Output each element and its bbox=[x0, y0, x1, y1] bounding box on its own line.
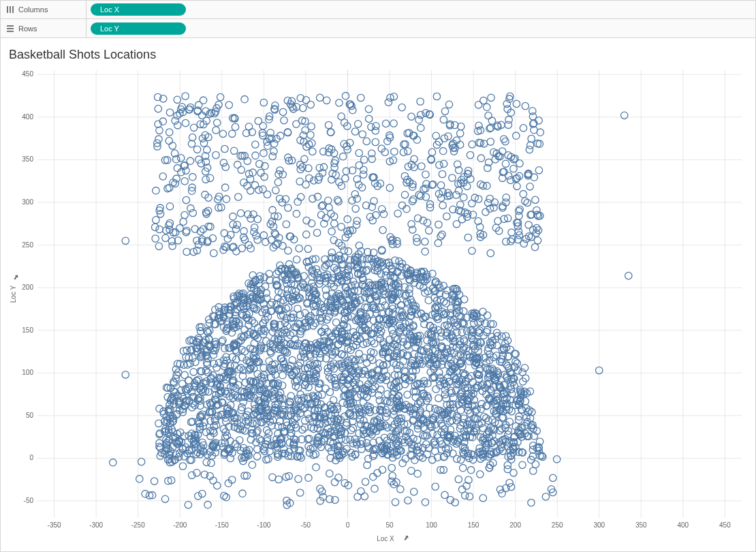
svg-point-2977 bbox=[182, 93, 189, 99]
scatter-plot[interactable]: -350-300-250-200-150-100-500501001502002… bbox=[7, 66, 749, 545]
svg-point-3182 bbox=[326, 204, 332, 211]
svg-point-3370 bbox=[259, 186, 266, 193]
svg-point-2925 bbox=[394, 210, 401, 217]
svg-point-3408 bbox=[487, 138, 494, 145]
svg-point-2268 bbox=[381, 302, 388, 309]
svg-point-2830 bbox=[212, 127, 219, 134]
svg-point-2969 bbox=[355, 121, 362, 127]
svg-point-2939 bbox=[178, 169, 185, 176]
svg-point-3161 bbox=[469, 200, 475, 206]
svg-point-2781 bbox=[356, 162, 362, 168]
svg-point-3181 bbox=[464, 234, 471, 241]
svg-point-3288 bbox=[342, 93, 349, 99]
svg-point-3458 bbox=[268, 236, 274, 243]
svg-point-3063 bbox=[181, 211, 188, 218]
svg-point-3139 bbox=[229, 130, 236, 137]
svg-point-2462 bbox=[522, 398, 529, 405]
svg-point-3500 bbox=[499, 490, 505, 497]
svg-point-2250 bbox=[347, 427, 354, 433]
svg-point-3537 bbox=[422, 499, 428, 506]
svg-point-2990 bbox=[183, 167, 189, 174]
svg-point-2987 bbox=[166, 137, 172, 144]
svg-point-3133 bbox=[398, 202, 405, 209]
svg-point-3356 bbox=[403, 206, 410, 213]
svg-point-3557 bbox=[510, 470, 517, 476]
svg-point-3589 bbox=[122, 237, 129, 244]
svg-point-3167 bbox=[516, 213, 522, 219]
svg-point-2725 bbox=[293, 256, 300, 263]
svg-point-3336 bbox=[166, 129, 173, 136]
svg-point-2812 bbox=[408, 113, 415, 120]
svg-point-3567 bbox=[528, 499, 535, 506]
svg-point-3016 bbox=[382, 120, 389, 127]
svg-point-3151 bbox=[202, 176, 209, 183]
svg-point-3057 bbox=[270, 148, 277, 155]
svg-point-3095 bbox=[520, 125, 526, 132]
svg-point-3421 bbox=[440, 160, 447, 167]
svg-point-2871 bbox=[525, 221, 532, 228]
svg-point-2951 bbox=[274, 179, 281, 185]
svg-point-3232 bbox=[488, 117, 495, 124]
svg-text:50: 50 bbox=[26, 412, 34, 419]
svg-point-3492 bbox=[460, 465, 467, 472]
svg-point-3526 bbox=[441, 491, 448, 498]
svg-point-3477 bbox=[477, 471, 484, 478]
svg-point-3202 bbox=[505, 121, 511, 128]
svg-point-3249 bbox=[510, 165, 517, 172]
svg-point-3415 bbox=[458, 208, 464, 215]
svg-text:-200: -200 bbox=[173, 521, 187, 529]
rows-pill-loc-y[interactable]: Loc Y bbox=[91, 22, 186, 35]
svg-point-1962 bbox=[505, 353, 511, 360]
svg-point-2516 bbox=[292, 382, 299, 389]
svg-point-3150 bbox=[422, 238, 428, 245]
svg-point-3270 bbox=[457, 130, 464, 137]
svg-point-2773 bbox=[307, 101, 314, 108]
svg-point-3330 bbox=[252, 152, 259, 159]
svg-point-806 bbox=[339, 399, 346, 406]
svg-point-3105 bbox=[390, 120, 397, 127]
svg-point-3351 bbox=[501, 136, 507, 142]
plot-area[interactable]: -350-300-250-200-150-100-500501001502002… bbox=[7, 66, 749, 545]
svg-point-3352 bbox=[359, 131, 366, 138]
svg-text:300: 300 bbox=[593, 521, 605, 529]
svg-point-3397 bbox=[437, 233, 444, 240]
svg-point-3085 bbox=[269, 206, 276, 213]
columns-icon bbox=[6, 5, 14, 14]
svg-point-1474 bbox=[471, 320, 477, 326]
svg-point-3576 bbox=[138, 458, 144, 465]
columns-pill-loc-x[interactable]: Loc X bbox=[91, 3, 186, 16]
rows-pill-area[interactable]: Loc Y bbox=[86, 19, 755, 37]
svg-point-2314 bbox=[414, 436, 421, 443]
svg-point-3569 bbox=[371, 485, 378, 492]
svg-point-2465 bbox=[426, 404, 433, 411]
svg-point-3135 bbox=[183, 248, 190, 255]
svg-point-3174 bbox=[200, 97, 206, 104]
svg-point-3490 bbox=[455, 476, 462, 482]
svg-point-3250 bbox=[241, 96, 248, 103]
svg-point-2904 bbox=[153, 217, 159, 224]
svg-text:250: 250 bbox=[552, 521, 563, 529]
svg-point-3027 bbox=[480, 97, 487, 104]
columns-pill-area[interactable]: Loc X bbox=[86, 1, 755, 18]
svg-point-2842 bbox=[513, 132, 520, 139]
svg-point-3562 bbox=[249, 461, 255, 468]
svg-point-3260 bbox=[169, 142, 176, 149]
svg-point-3358 bbox=[477, 155, 484, 162]
svg-text:-350: -350 bbox=[48, 521, 61, 529]
svg-point-2865 bbox=[531, 243, 538, 250]
svg-point-3530 bbox=[326, 470, 333, 477]
svg-point-3333 bbox=[460, 194, 467, 201]
svg-point-3448 bbox=[155, 105, 161, 112]
svg-point-3045 bbox=[235, 194, 242, 200]
svg-point-2770 bbox=[189, 134, 195, 140]
svg-point-486 bbox=[481, 413, 488, 420]
svg-point-2701 bbox=[425, 297, 432, 304]
svg-point-475 bbox=[404, 391, 411, 398]
svg-point-3112 bbox=[238, 166, 245, 173]
svg-point-2971 bbox=[223, 196, 230, 202]
columns-shelf[interactable]: Columns Loc X bbox=[0, 0, 756, 19]
rows-shelf[interactable]: Rows Loc Y bbox=[0, 19, 756, 38]
svg-text:300: 300 bbox=[22, 198, 33, 206]
svg-point-3247 bbox=[210, 249, 217, 256]
svg-point-3255 bbox=[317, 94, 324, 101]
